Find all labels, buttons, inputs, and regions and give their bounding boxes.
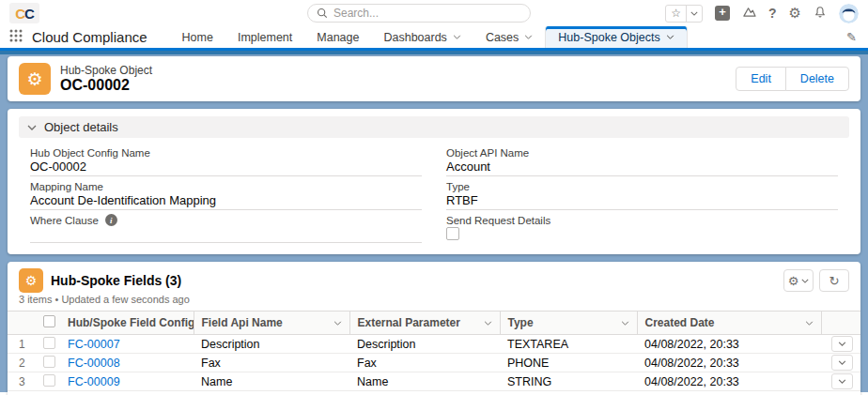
view-all-row: View All (8, 391, 860, 395)
record-highlights-card: ⚙ Hub-Spoke Object OC-00002 Edit Delete (8, 56, 860, 101)
favorites-star-icon[interactable]: ☆ (666, 6, 686, 22)
table-row: 3 FC-00009 Name Name STRING 04/08/2022, … (8, 372, 860, 391)
guidance-center-icon[interactable] (742, 6, 756, 21)
object-details-card: Object details Hub Object Config Name OC… (8, 109, 860, 254)
tab-hub-spoke-objects[interactable]: Hub-Spoke Objects (545, 26, 687, 48)
row-actions-button[interactable] (831, 336, 853, 352)
related-list-title[interactable]: Hub-Spoke Fields (3) (51, 273, 181, 288)
cell-field-api-name: Fax (194, 354, 349, 372)
row-actions-button[interactable] (831, 355, 853, 371)
logo-letter-2: C (24, 6, 34, 22)
field-object-api-name: Object API Name Account (446, 145, 838, 176)
section-collapse-chevron-icon[interactable] (27, 125, 37, 130)
field-send-request-details: Send Request Details (446, 213, 838, 245)
page-content: ⚙ Hub-Spoke Object OC-00002 Edit Delete … (0, 51, 868, 392)
column-header-created-date[interactable]: Created Date (637, 311, 821, 335)
table-header-row: Hub/Spoke Field Config Name Field Api Na… (8, 311, 860, 335)
details-fields: Hub Object Config Name OC-00002 Object A… (19, 145, 849, 245)
column-menu-chevron-icon[interactable] (484, 321, 492, 326)
section-title: Object details (44, 120, 118, 134)
column-header-external-parameter[interactable]: External Parameter (349, 311, 500, 335)
global-header: CC ☆ + ? ⚙ (0, 0, 868, 26)
chevron-down-icon (801, 279, 809, 283)
cell-created-date: 04/08/2022, 20:33 (637, 354, 821, 372)
record-actions: Edit Delete (736, 67, 849, 91)
cell-type: PHONE (500, 354, 637, 372)
cell-type: STRING (500, 372, 637, 391)
row-checkbox[interactable] (43, 374, 55, 387)
related-list-actions: ⚙ ↻ (783, 269, 849, 292)
cell-field-api-name: Description (194, 335, 349, 354)
record-link[interactable]: FC-00008 (68, 357, 120, 370)
info-icon[interactable]: i (105, 214, 117, 226)
favorites-dropdown-icon[interactable] (686, 6, 702, 22)
delete-button[interactable]: Delete (785, 67, 849, 91)
global-search[interactable] (307, 4, 531, 23)
setup-icon[interactable]: ⚙ (789, 5, 801, 22)
tab-implement[interactable]: Implement (225, 26, 304, 48)
help-icon[interactable]: ? (768, 6, 777, 21)
search-input[interactable] (333, 7, 521, 20)
column-header-name[interactable]: Hub/Spoke Field Config Name (60, 311, 194, 335)
favorites-group[interactable]: ☆ (665, 5, 703, 23)
hub-spoke-fields-icon: ⚙ (19, 268, 43, 293)
row-actions-header (821, 311, 860, 335)
user-avatar[interactable] (839, 4, 859, 23)
tab-cases[interactable]: Cases (473, 26, 545, 48)
chevron-down-icon[interactable] (453, 35, 461, 39)
cell-field-api-name: Name (194, 372, 349, 391)
chevron-down-icon[interactable] (524, 35, 533, 39)
table-row: 2 FC-00008 Fax Fax PHONE 04/08/2022, 20:… (8, 354, 860, 372)
field-mapping-name: Mapping Name Account De-Identification M… (30, 179, 422, 210)
refresh-icon: ↻ (829, 274, 840, 288)
select-all-checkbox[interactable] (43, 315, 55, 327)
cell-external-parameter: Fax (349, 354, 500, 372)
tab-dashboards[interactable]: Dashboards (371, 26, 473, 48)
list-settings-button[interactable]: ⚙ (783, 269, 814, 292)
row-checkbox[interactable] (43, 337, 55, 349)
cell-type: TEXTAREA (500, 335, 637, 354)
cell-created-date: 04/08/2022, 20:33 (637, 372, 821, 391)
tab-home[interactable]: Home (170, 26, 225, 48)
tab-manage[interactable]: Manage (304, 26, 371, 48)
refresh-button[interactable]: ↻ (819, 269, 849, 292)
edit-button[interactable]: Edit (736, 67, 786, 91)
hub-spoke-object-icon: ⚙ (19, 63, 51, 95)
object-details-section-toggle[interactable]: Object details (19, 116, 849, 138)
row-checkbox[interactable] (43, 356, 55, 368)
hub-spoke-fields-card: ⚙ Hub-Spoke Fields (3) ⚙ ↻ 3 items • Upd… (8, 262, 860, 395)
chevron-down-icon[interactable] (666, 35, 674, 39)
app-nav-bar: Cloud Compliance Home Implement Manage D… (0, 26, 868, 51)
column-menu-chevron-icon[interactable] (621, 321, 629, 326)
send-request-details-checkbox[interactable] (446, 227, 459, 240)
column-header-field-api-name[interactable]: Field Api Name (194, 311, 349, 335)
field-type: Type RTBF (446, 179, 838, 210)
column-menu-chevron-icon[interactable] (805, 321, 814, 326)
related-list-meta: 3 items • Updated a few seconds ago (19, 294, 849, 305)
row-actions-button[interactable] (831, 373, 853, 389)
notifications-bell-icon[interactable] (814, 6, 827, 22)
entity-label: Hub-Spoke Object (60, 64, 152, 77)
cell-external-parameter: Name (349, 372, 500, 391)
app-name: Cloud Compliance (32, 29, 147, 45)
cell-created-date: 04/08/2022, 20:33 (637, 335, 821, 354)
column-header-type[interactable]: Type (500, 311, 637, 335)
app-launcher-icon[interactable] (9, 29, 23, 45)
table-row: 1 FC-00007 Description Description TEXTA… (8, 335, 860, 354)
row-number-header (8, 311, 36, 335)
search-icon (317, 8, 328, 19)
field-hub-object-config-name: Hub Object Config Name OC-00002 (30, 145, 422, 176)
org-logo: CC (9, 3, 39, 23)
select-all-header (36, 311, 60, 335)
global-actions-icon[interactable]: + (715, 6, 730, 21)
edit-page-pencil-icon[interactable]: ✎ (846, 30, 857, 44)
record-title: OC-00002 (60, 77, 152, 94)
cell-external-parameter: Description (349, 335, 500, 354)
hub-spoke-fields-table: Hub/Spoke Field Config Name Field Api Na… (8, 311, 860, 391)
gear-icon: ⚙ (788, 274, 799, 288)
record-link[interactable]: FC-00007 (68, 338, 120, 351)
column-menu-chevron-icon[interactable] (333, 321, 342, 326)
nav-tabs: Home Implement Manage Dashboards Cases H… (170, 26, 688, 48)
logo-letter-1: C (15, 6, 24, 22)
record-link[interactable]: FC-00009 (68, 375, 120, 388)
